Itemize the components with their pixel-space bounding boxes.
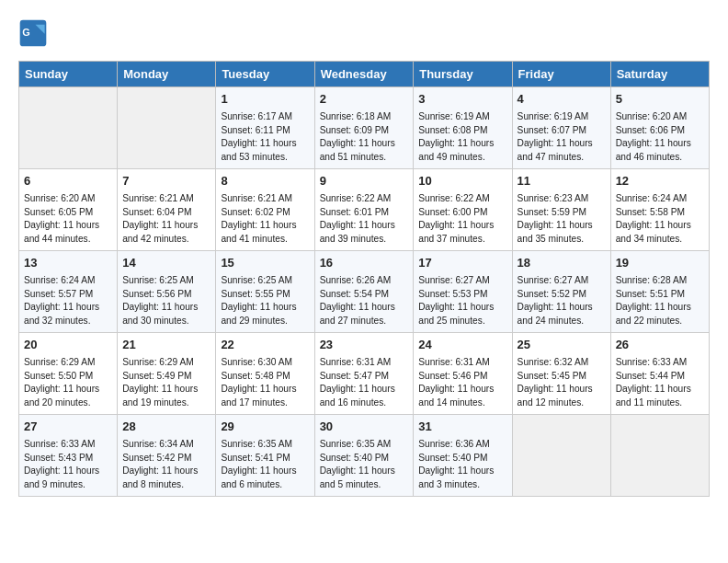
cell-info: Sunrise: 6:27 AMSunset: 5:53 PMDaylight:…	[418, 274, 506, 328]
calendar-cell	[610, 414, 709, 496]
day-number: 11	[518, 173, 606, 190]
day-number: 25	[518, 337, 606, 354]
calendar-cell: 13Sunrise: 6:24 AMSunset: 5:57 PMDayligh…	[19, 250, 118, 332]
col-header-sunday: Sunday	[19, 62, 118, 87]
cell-info: Sunrise: 6:36 AMSunset: 5:40 PMDaylight:…	[418, 438, 506, 492]
cell-info: Sunrise: 6:21 AMSunset: 6:04 PMDaylight:…	[122, 192, 210, 247]
calendar-cell: 21Sunrise: 6:29 AMSunset: 5:49 PMDayligh…	[118, 332, 216, 414]
cell-info: Sunrise: 6:22 AMSunset: 6:00 PMDaylight:…	[418, 192, 506, 247]
col-header-saturday: Saturday	[610, 62, 709, 87]
cell-info: Sunrise: 6:31 AMSunset: 5:46 PMDaylight:…	[418, 356, 506, 410]
calendar-cell: 26Sunrise: 6:33 AMSunset: 5:44 PMDayligh…	[610, 332, 709, 414]
calendar-cell	[118, 87, 216, 169]
day-number: 12	[616, 173, 704, 190]
calendar-cell: 28Sunrise: 6:34 AMSunset: 5:42 PMDayligh…	[118, 414, 216, 496]
cell-info: Sunrise: 6:30 AMSunset: 5:48 PMDaylight:…	[221, 356, 309, 410]
cell-info: Sunrise: 6:25 AMSunset: 5:55 PMDaylight:…	[221, 274, 309, 328]
day-number: 21	[122, 337, 210, 354]
cell-info: Sunrise: 6:34 AMSunset: 5:42 PMDaylight:…	[122, 438, 210, 492]
calendar-cell: 17Sunrise: 6:27 AMSunset: 5:53 PMDayligh…	[414, 250, 512, 332]
cell-info: Sunrise: 6:24 AMSunset: 5:57 PMDaylight:…	[24, 274, 112, 328]
cell-info: Sunrise: 6:29 AMSunset: 5:49 PMDaylight:…	[122, 356, 210, 410]
day-number: 9	[320, 173, 409, 190]
col-header-thursday: Thursday	[414, 62, 512, 87]
page-header: G	[18, 18, 710, 48]
calendar-cell: 31Sunrise: 6:36 AMSunset: 5:40 PMDayligh…	[414, 414, 512, 496]
day-number: 30	[320, 419, 409, 436]
cell-info: Sunrise: 6:26 AMSunset: 5:54 PMDaylight:…	[320, 274, 409, 328]
calendar-cell: 25Sunrise: 6:32 AMSunset: 5:45 PMDayligh…	[512, 332, 610, 414]
cell-info: Sunrise: 6:21 AMSunset: 6:02 PMDaylight:…	[221, 192, 309, 247]
week-row-3: 13Sunrise: 6:24 AMSunset: 5:57 PMDayligh…	[19, 250, 710, 332]
calendar-cell: 6Sunrise: 6:20 AMSunset: 6:05 PMDaylight…	[19, 168, 118, 250]
cell-info: Sunrise: 6:22 AMSunset: 6:01 PMDaylight:…	[320, 192, 409, 247]
day-number: 4	[518, 91, 606, 109]
col-header-wednesday: Wednesday	[314, 62, 414, 87]
cell-info: Sunrise: 6:32 AMSunset: 5:45 PMDaylight:…	[518, 356, 606, 410]
calendar-cell	[19, 87, 118, 169]
calendar-cell: 27Sunrise: 6:33 AMSunset: 5:43 PMDayligh…	[19, 414, 118, 496]
logo: G	[18, 18, 51, 48]
cell-info: Sunrise: 6:33 AMSunset: 5:44 PMDaylight:…	[616, 356, 704, 410]
day-number: 26	[616, 337, 704, 354]
cell-info: Sunrise: 6:17 AMSunset: 6:11 PMDaylight:…	[221, 110, 309, 165]
day-number: 6	[24, 173, 112, 190]
day-number: 13	[24, 255, 112, 272]
cell-info: Sunrise: 6:20 AMSunset: 6:06 PMDaylight:…	[616, 110, 704, 165]
cell-info: Sunrise: 6:19 AMSunset: 6:08 PMDaylight:…	[418, 110, 506, 165]
col-header-monday: Monday	[118, 62, 216, 87]
day-number: 24	[418, 337, 506, 354]
cell-info: Sunrise: 6:35 AMSunset: 5:41 PMDaylight:…	[221, 438, 309, 492]
day-number: 20	[24, 337, 112, 354]
day-number: 16	[320, 255, 409, 272]
calendar-cell	[512, 414, 610, 496]
day-number: 8	[221, 173, 309, 190]
calendar-cell: 29Sunrise: 6:35 AMSunset: 5:41 PMDayligh…	[216, 414, 314, 496]
cell-info: Sunrise: 6:24 AMSunset: 5:58 PMDaylight:…	[616, 192, 704, 247]
day-number: 14	[122, 255, 210, 272]
day-number: 3	[418, 91, 506, 109]
day-number: 28	[122, 419, 210, 436]
cell-info: Sunrise: 6:29 AMSunset: 5:50 PMDaylight:…	[24, 356, 112, 410]
day-number: 2	[320, 91, 409, 109]
calendar-cell: 2Sunrise: 6:18 AMSunset: 6:09 PMDaylight…	[314, 87, 414, 169]
day-number: 5	[616, 91, 704, 109]
day-number: 22	[221, 337, 309, 354]
calendar-cell: 23Sunrise: 6:31 AMSunset: 5:47 PMDayligh…	[314, 332, 414, 414]
day-number: 1	[221, 91, 309, 109]
day-number: 19	[616, 255, 704, 272]
col-header-friday: Friday	[512, 62, 610, 87]
calendar-cell: 4Sunrise: 6:19 AMSunset: 6:07 PMDaylight…	[512, 87, 610, 169]
week-row-4: 20Sunrise: 6:29 AMSunset: 5:50 PMDayligh…	[19, 332, 710, 414]
cell-info: Sunrise: 6:25 AMSunset: 5:56 PMDaylight:…	[122, 274, 210, 328]
calendar-cell: 16Sunrise: 6:26 AMSunset: 5:54 PMDayligh…	[314, 250, 414, 332]
cell-info: Sunrise: 6:18 AMSunset: 6:09 PMDaylight:…	[320, 110, 409, 165]
day-number: 29	[221, 419, 309, 436]
calendar-cell: 20Sunrise: 6:29 AMSunset: 5:50 PMDayligh…	[19, 332, 118, 414]
cell-info: Sunrise: 6:19 AMSunset: 6:07 PMDaylight:…	[518, 110, 606, 165]
calendar-cell: 14Sunrise: 6:25 AMSunset: 5:56 PMDayligh…	[118, 250, 216, 332]
calendar-cell: 8Sunrise: 6:21 AMSunset: 6:02 PMDaylight…	[216, 168, 314, 250]
cell-info: Sunrise: 6:28 AMSunset: 5:51 PMDaylight:…	[616, 274, 704, 328]
col-header-tuesday: Tuesday	[216, 62, 314, 87]
calendar-cell: 19Sunrise: 6:28 AMSunset: 5:51 PMDayligh…	[610, 250, 709, 332]
day-number: 27	[24, 419, 112, 436]
cell-info: Sunrise: 6:23 AMSunset: 5:59 PMDaylight:…	[518, 192, 606, 247]
calendar-cell: 24Sunrise: 6:31 AMSunset: 5:46 PMDayligh…	[414, 332, 512, 414]
cell-info: Sunrise: 6:33 AMSunset: 5:43 PMDaylight:…	[24, 438, 112, 492]
day-number: 18	[518, 255, 606, 272]
calendar-cell: 1Sunrise: 6:17 AMSunset: 6:11 PMDaylight…	[216, 87, 314, 169]
calendar-cell: 9Sunrise: 6:22 AMSunset: 6:01 PMDaylight…	[314, 168, 414, 250]
calendar-cell: 7Sunrise: 6:21 AMSunset: 6:04 PMDaylight…	[118, 168, 216, 250]
day-number: 10	[418, 173, 506, 190]
calendar-cell: 10Sunrise: 6:22 AMSunset: 6:00 PMDayligh…	[414, 168, 512, 250]
day-number: 17	[418, 255, 506, 272]
header-row: SundayMondayTuesdayWednesdayThursdayFrid…	[19, 62, 710, 87]
day-number: 31	[418, 419, 506, 436]
calendar-table: SundayMondayTuesdayWednesdayThursdayFrid…	[18, 61, 710, 497]
logo-icon: G	[18, 18, 48, 48]
svg-text:G: G	[22, 27, 30, 38]
day-number: 7	[122, 173, 210, 190]
calendar-cell: 3Sunrise: 6:19 AMSunset: 6:08 PMDaylight…	[414, 87, 512, 169]
calendar-cell: 5Sunrise: 6:20 AMSunset: 6:06 PMDaylight…	[610, 87, 709, 169]
